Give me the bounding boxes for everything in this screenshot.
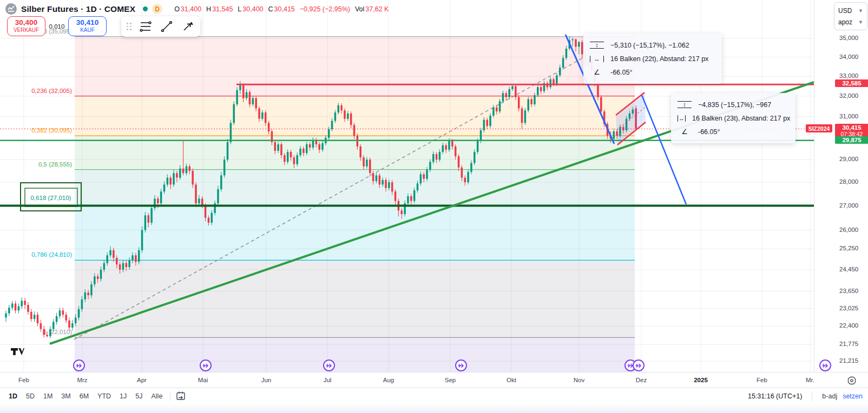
tradingview-logo[interactable] [11,348,27,361]
sell-button[interactable]: 30,400 VERKAUF [7,16,45,36]
low-value: 30,400 [242,5,263,13]
measure-tooltip-1: ↕−5,310 (−15,17%), −1.062 ↔16 Balken (22… [583,34,722,84]
volume-value: 37,62 K [365,5,389,13]
contract-badge: SIZ2024 [806,124,832,132]
symbol-legend: Silber Futures · 1D · COMEX D O31,400 H3… [5,3,389,15]
price-tick: 28,000 [839,178,858,185]
price-tick: 34,000 [839,54,858,60]
tradingview-chart-app: { "header": { "title": "Silber Futures ·… [0,0,868,413]
range-5D[interactable]: 5D [23,391,38,402]
month-label: Apr [137,377,147,383]
close-value: 30,415 [274,5,295,13]
range-switcher: 1D5D1M3M6MYTD1J5JAlle [5,391,166,402]
symbol-title[interactable]: Silber Futures · 1D · COMEX [21,4,135,14]
price-tick: 25,250 [839,245,858,251]
month-label: Okt [507,377,516,383]
contract-roll-marker-icon[interactable] [455,359,467,371]
range-1D[interactable]: 1D [5,391,21,402]
contract-roll-marker-icon[interactable] [323,359,335,371]
badj-toggle[interactable]: b-adj [822,392,837,400]
bottom-toolbar: 1D5D1M3M6MYTD1J5JAlle 15:31:16 (UTC+1) b… [0,388,868,404]
price-tick: 22,400 [839,322,858,329]
range-5J[interactable]: 5J [132,391,146,402]
setzen-link[interactable]: setzen [843,392,863,400]
axis-corner [814,372,868,388]
change-value: −0,925 (−2,95%) [300,5,350,13]
bar-range-icon: ↔ [590,56,604,62]
ohlc-values: O31,400 H31,545 L30,400 C30,415 −0,925 (… [174,5,389,13]
range-6M[interactable]: 6M [76,391,92,402]
month-label: Sep [445,377,456,383]
price-tick: 31,000 [839,113,858,119]
chevron-down-icon: ▼ [858,8,863,14]
range-Alle[interactable]: Alle [148,391,166,402]
month-label: Mrz [77,377,87,383]
price-tick: 29,000 [839,156,858,162]
drawing-toolbar [121,16,200,37]
price-tick: 33,000 [839,72,858,79]
price-tick: 21,775 [839,341,858,347]
range-1J[interactable]: 1J [116,391,130,402]
buy-button[interactable]: 30,410 KAUF [68,16,107,36]
angle-icon: ∠ [590,68,604,76]
range-YTD[interactable]: YTD [94,391,114,402]
price-tick: 35,000 [839,35,858,41]
measure-tooltip-2: ↕−4,835 (−15,17%), −967 ↔16 Balken (23t)… [671,93,795,143]
trend-line-icon[interactable] [160,19,174,34]
high-value: 31,545 [212,5,233,13]
month-label: Mai [198,377,208,383]
month-label: Nov [574,377,584,383]
bottom-strip [0,404,868,413]
divider [812,391,812,401]
market-open-dot-icon [143,6,148,11]
axis-settings-gear-icon[interactable] [847,376,857,388]
price-axis[interactable]: USD▼ apoz▼ 35,00034,00033,00032,00031,00… [814,0,868,372]
price-tick: 23,650 [839,288,858,294]
month-label: 2025 [694,377,708,383]
angle-icon: ∠ [678,128,692,136]
fib-label: 0,236 (32,005) [31,88,72,94]
month-label: Jul [324,377,332,383]
price-tick: 23,025 [839,305,858,311]
fib-label: 0,786 (24,810) [31,251,72,258]
unit-select[interactable]: apoz▼ [838,16,863,28]
chevron-down-icon: ▼ [858,19,863,25]
fib-band [75,205,635,260]
contract-roll-marker-icon[interactable] [633,359,645,371]
fib-band [75,337,635,372]
time-axis[interactable]: FebMrzAprMaiJunJulAugSepOktNovDez2025Feb… [0,372,814,388]
price-tick: 27,000 [839,202,858,209]
contract-roll-marker-icon[interactable] [200,359,212,371]
bar-range-icon: ↔ [678,115,686,122]
month-label: Aug [383,377,394,383]
price-tick: 26,000 [839,227,858,233]
clock[interactable]: 15:31:16 (UTC+1) [748,392,802,400]
open-value: 31,400 [181,5,201,13]
interval-badge[interactable]: D [152,4,162,14]
month-label: Jun [261,377,272,383]
price-tick: 24,450 [839,266,858,272]
fib-label: 1 (22,010) [44,329,73,335]
unit-selector: USD▼ apoz▼ [834,2,867,30]
trade-panel: 30,400 VERKAUF 0,010 30,410 KAUF [7,16,107,36]
arrow-marker-icon[interactable] [181,19,195,34]
spread-value: 0,010 [45,23,68,30]
range-3M[interactable]: 3M [58,391,74,402]
contract-roll-marker-icon[interactable] [819,359,831,371]
price-badge-32585: 32,585 [835,79,868,87]
footer-right: 15:31:16 (UTC+1) b-adj setzen [748,391,863,401]
contract-roll-marker-icon[interactable] [73,359,85,371]
month-label: Dez [636,377,647,383]
divider [170,391,170,401]
month-label: Feb [18,377,29,383]
symbol-logo-icon [5,3,17,15]
fib-label: 0,382 (30,095) [31,127,72,134]
range-1M[interactable]: 1M [40,391,56,402]
drag-handle-icon[interactable] [127,23,131,30]
fib-label: 0,618 (27,010) [31,195,71,201]
fib-label: 0,5 (28,555) [38,161,72,168]
price-range-icon: ↕ [678,101,692,108]
fib-retracement-icon[interactable] [139,19,153,34]
go-to-date-icon[interactable] [175,390,187,402]
currency-select[interactable]: USD▼ [838,5,863,16]
